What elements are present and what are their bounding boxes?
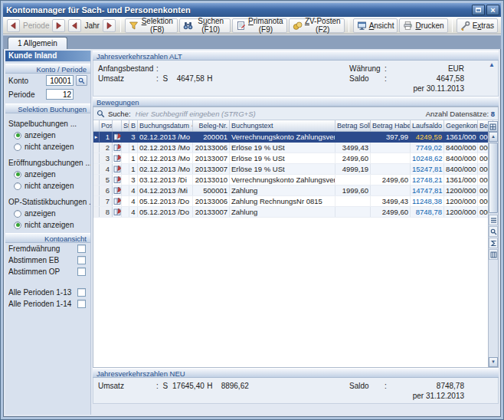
cell-haben: 397,99 bbox=[371, 132, 411, 142]
radio-stapelbuchungen-anzeigen[interactable]: anzeigen bbox=[5, 130, 90, 141]
booking-row[interactable]: 7405.12.2013 /Do20133006Zahlung Rechnung… bbox=[93, 196, 498, 207]
periode-input[interactable] bbox=[46, 89, 74, 100]
section-header-bewegungen: Bewegungen bbox=[93, 97, 499, 107]
column-header-soll[interactable]: Betrag Soll bbox=[335, 120, 371, 131]
column-chooser-button[interactable] bbox=[488, 121, 498, 132]
grid-find-button[interactable] bbox=[489, 226, 498, 237]
booking-row[interactable]: 5303.12.2013 /Di20133010Verrechnungskont… bbox=[93, 175, 498, 185]
booking-row[interactable]: 8405.12.2013 /Do20133007Zahlung2499,6087… bbox=[93, 207, 498, 218]
record-count-label: Anzahl Datensätze: bbox=[426, 110, 489, 118]
column-header-st[interactable]: St bbox=[122, 120, 129, 131]
grid-options-button[interactable] bbox=[489, 215, 498, 225]
radio-op-statistikbuchungen-anzeigen[interactable]: anzeigen bbox=[5, 208, 90, 219]
checkbox-fremdw-hrung[interactable] bbox=[77, 244, 86, 253]
checkbox-row-abstimmen-op: Abstimmen OP bbox=[5, 266, 90, 277]
cell-m bbox=[93, 164, 100, 174]
radio-indicator bbox=[14, 171, 21, 179]
checkbox-label: Fremdwährung bbox=[8, 244, 77, 253]
radio-stapelbuchungen-nicht-anzeigen[interactable]: nicht anzeigen bbox=[5, 141, 90, 153]
booking-row[interactable]: ►1302.12.2013 /Mo200001Verrechnungskonto… bbox=[93, 132, 498, 143]
grid-scrollbar[interactable]: ▲ ▼ bbox=[488, 132, 498, 367]
close-button[interactable]: × bbox=[486, 5, 499, 15]
konto-lookup-button[interactable] bbox=[76, 75, 87, 86]
colon: : bbox=[156, 74, 162, 83]
search-input[interactable] bbox=[134, 110, 423, 118]
tab-allgemein[interactable]: 1 Allgemein bbox=[8, 37, 67, 49]
bookings-grid: Suche: Anzahl Datensätze: 8 PosStBBuchun… bbox=[93, 107, 499, 368]
cell-st bbox=[122, 207, 129, 217]
jahr-prev-button[interactable] bbox=[68, 19, 81, 32]
periode-prev-button[interactable] bbox=[7, 19, 20, 32]
column-header-b[interactable]: B bbox=[129, 120, 138, 131]
cell-gegenkonto: 1361/000 bbox=[444, 175, 478, 185]
section-header-kontoansicht: Kontoansicht bbox=[5, 233, 90, 243]
grid-layout-button[interactable] bbox=[489, 249, 498, 260]
saldo-neu-value: 8748,78 bbox=[390, 382, 464, 390]
per-neu-date: per 31.12.2013 bbox=[349, 392, 464, 400]
column-header-pos[interactable]: Pos bbox=[100, 120, 113, 131]
scroll-down-button[interactable]: ▼ bbox=[489, 357, 498, 367]
colon: : bbox=[156, 382, 162, 390]
column-header-gegenkonto[interactable]: Gegenkonto bbox=[444, 120, 478, 131]
toolbar-button-selektion[interactable]: Selektion (F8) bbox=[125, 18, 178, 33]
konto-input[interactable] bbox=[46, 75, 74, 86]
radio-op-statistikbuchungen-nicht-anzeigen[interactable]: nicht anzeigen bbox=[5, 219, 90, 231]
grid-sum-button[interactable] bbox=[489, 238, 498, 248]
cell-gegenkonto: 1200/000 bbox=[444, 196, 478, 206]
cell-text: Zahlung bbox=[230, 185, 335, 195]
column-header-m[interactable] bbox=[93, 120, 100, 131]
column-label: Gegenkonto bbox=[446, 122, 478, 130]
column-header-haben[interactable]: Betrag Haben bbox=[371, 120, 411, 131]
booking-row[interactable]: 6404.12.2013 /Mi500001Zahlung1999,601474… bbox=[93, 185, 498, 196]
maximize-button[interactable] bbox=[472, 5, 485, 15]
column-header-datum[interactable]: Buchungsdatum▲ bbox=[138, 120, 193, 131]
konto-field-row: Konto bbox=[5, 74, 90, 87]
column-header-beleg[interactable]: Beleg-Nr. bbox=[193, 120, 230, 131]
checkbox-alle-perioden-1-13[interactable] bbox=[77, 288, 86, 297]
group-label-er-ffnungsbuchungen: Eröffnungsbuchungen ... bbox=[5, 153, 90, 169]
toolbar-button-suchen[interactable]: Suchen (F10) bbox=[179, 18, 231, 33]
cell-beleg: 20133006 bbox=[193, 196, 230, 206]
radio-er-ffnungsbuchungen-nicht-anzeigen[interactable]: nicht anzeigen bbox=[5, 180, 90, 192]
maximize-icon bbox=[476, 8, 481, 12]
checkbox-abstimmen-op[interactable] bbox=[77, 267, 86, 276]
column-header-text[interactable]: Buchungstext bbox=[230, 120, 335, 131]
toolbar-button-drucken[interactable]: Drucken bbox=[399, 18, 447, 33]
booking-row[interactable]: 3102.12.2013 /Mo20133007Erlöse 19 % USt2… bbox=[93, 153, 498, 164]
column-label: Be bbox=[479, 122, 488, 130]
toolbar-button-ansicht[interactable]: Ansicht bbox=[353, 18, 398, 33]
grid-search-bar: Suche: Anzahl Datensätze: 8 bbox=[93, 107, 498, 120]
booking-row[interactable]: 4102.12.2013 /Mo20133007Erlöse 19 % USt4… bbox=[93, 164, 498, 175]
cell-laufsaldo: 7749,02 bbox=[411, 143, 444, 153]
booking-row[interactable]: 2102.12.2013 /Mo20133006Erlöse 19 % USt3… bbox=[93, 143, 498, 153]
scroll-up-button[interactable]: ▲ bbox=[489, 132, 498, 142]
cell-laufsaldo: 10248,62 bbox=[411, 153, 444, 163]
column-header-ic[interactable] bbox=[113, 120, 122, 131]
cell-soll: 3499,43 bbox=[335, 143, 371, 153]
checkbox-alle-perioden-1-14[interactable] bbox=[77, 300, 86, 308]
toolbar-button-zv-posten[interactable]: ZV-Posten (F2) bbox=[289, 18, 345, 33]
jahr-next-button[interactable] bbox=[103, 19, 116, 32]
umsatz-label: Umsatz bbox=[98, 74, 156, 83]
radio-label: anzeigen bbox=[25, 209, 56, 218]
periode-next-button[interactable] bbox=[52, 19, 65, 32]
toolbar-button-primanota[interactable]: Primanota (F9) bbox=[232, 18, 287, 33]
waehrung-group: Währung:EUR bbox=[349, 64, 464, 73]
checkbox-abstimmen-eb[interactable] bbox=[77, 256, 86, 264]
cell-beleg: 20133010 bbox=[193, 175, 230, 185]
cell-m: ► bbox=[93, 132, 100, 142]
account-view-options: FremdwährungAbstimmen EBAbstimmen OPAlle… bbox=[5, 243, 90, 310]
radio-label: anzeigen bbox=[25, 170, 56, 179]
cell-laufsaldo: 4249,59 bbox=[411, 132, 444, 142]
cell-b: 1 bbox=[129, 153, 138, 163]
cell-soll bbox=[335, 175, 371, 185]
toolbar-button-extras[interactable]: Extras bbox=[457, 18, 498, 33]
column-header-laufsaldo[interactable]: Laufsaldo bbox=[411, 120, 444, 131]
radio-er-ffnungsbuchungen-anzeigen[interactable]: anzeigen bbox=[5, 169, 90, 180]
cell-gegenkonto: 8400/000 bbox=[444, 143, 478, 153]
scrollbar-track[interactable] bbox=[489, 260, 498, 357]
cell-m bbox=[93, 207, 100, 217]
scrollbar-thumb[interactable] bbox=[489, 143, 498, 213]
collapse-arrow-icon[interactable]: ▲ bbox=[489, 62, 495, 68]
sidebar: Kunde Inland Konto / Periode Konto Perio… bbox=[5, 51, 91, 415]
